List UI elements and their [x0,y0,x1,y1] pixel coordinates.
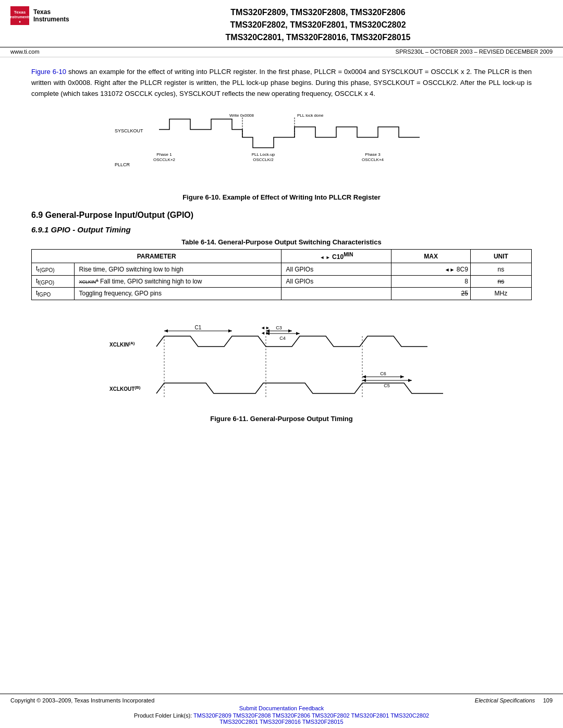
row3-desc: Toggling frequency, GPO pins [75,288,282,300]
svg-text:◄►: ◄► [261,330,270,336]
intro-paragraph: Figure 6-10 shows an example for the eff… [31,67,532,99]
footer-product-links: Product Folder Link(s): TMS320F2809 TMS3… [10,712,553,725]
row1-unit: ns [470,263,531,275]
svg-marker-37 [362,379,366,382]
svg-text:C6: C6 [380,371,386,376]
product-link-9[interactable]: TMS320F28015 [302,719,344,725]
footer-top: Copyright © 2003–2009, Texas Instruments… [10,697,553,704]
svg-text:PLLCR: PLLCR [115,162,130,167]
figure10-link[interactable]: Figure 6-10 [31,68,66,76]
row2-unit: ns [470,275,531,287]
table-row: tfGPO Toggling frequency, GPO pins 25 MH… [32,288,532,300]
footer-feedback: Submit Documentation Feedback [10,705,553,711]
product-link-2[interactable]: TMS320F2808 [233,712,271,719]
svg-text:OSCCLK×2: OSCCLK×2 [153,157,176,162]
svg-text:SYSCLKOUT: SYSCLKOUT [115,128,143,133]
product-link-1[interactable]: TMS320F2809 [193,712,231,719]
table-row: tr(GPO) Rise time, GPIO switching low to… [32,263,532,275]
main-content: Figure 6-10 shows an example for the eff… [0,57,563,423]
intro-text: shows an example for the effect of writi… [31,68,532,97]
product-link-7[interactable]: TMS320C2801 [219,719,258,725]
row2-sym: tf(GPO) [32,275,75,287]
svg-text:◄►: ◄► [261,325,270,330]
table-header-c10: ◄ ► C10MIN [282,250,391,263]
svg-text:PLL Lock-up: PLL Lock-up [252,152,275,157]
row2-desc: XCLKINA Fall time, GPIO switching high t… [75,275,282,287]
table-row: tf(GPO) XCLKINA Fall time, GPIO switchin… [32,275,532,287]
sub-header: www.ti.com SPRS230L – OCTOBER 2003 – REV… [0,47,563,57]
ti-logo-icon: Texas Instruments ♦ [10,6,29,25]
product-link-6[interactable]: TMS320C2802 [390,712,429,719]
page-number: 109 [543,697,553,704]
table14: PARAMETER ◄ ► C10MIN MAX UNIT tr(GPO) Ri… [31,249,532,300]
svg-marker-20 [228,329,232,332]
svg-text:Phase 3: Phase 3 [365,152,381,157]
row3-sym: tfGPO [32,288,75,300]
row2-c10: All GPIOs [282,275,391,287]
svg-text:PLL lock done: PLL lock done [297,113,324,118]
svg-marker-29 [296,332,300,335]
table-header-param: PARAMETER [32,250,282,263]
svg-marker-33 [362,375,366,378]
page-header: Texas Instruments ♦ Texas Instruments TM… [0,0,563,47]
row1-desc: Rise time, GPIO switching low to high [75,263,282,275]
feedback-link[interactable]: Submit Documentation Feedback [239,705,324,711]
section69-heading: 6.9 General-Purpose Input/Output (GPIO) [31,211,532,220]
doc-id: SPRS230L – OCTOBER 2003 – REVISED DECEMB… [396,48,553,55]
svg-text:C4: C4 [279,336,286,341]
figure10-svg: SYSCLKOUT PLLCR Write 0x0008 Phase 1 OSC… [112,107,451,188]
svg-text:OSCCLK/2: OSCCLK/2 [253,157,274,162]
page-footer: Copyright © 2003–2009, Texas Instruments… [0,694,563,728]
product-link-8[interactable]: TMS320F28016 [260,719,301,725]
footer-copyright: Copyright © 2003–2009, Texas Instruments… [10,697,154,704]
svg-text:XCLKIN(A): XCLKIN(A) [109,340,135,348]
svg-marker-34 [400,375,404,378]
svg-text:OSCCLK×4: OSCCLK×4 [362,157,384,162]
row3-unit: MHz [470,288,531,300]
row3-max: 25 [391,288,470,300]
svg-text:Phase 1: Phase 1 [156,152,172,157]
svg-marker-38 [408,379,412,382]
svg-text:Write 0x0008: Write 0x0008 [229,113,254,118]
table-header-max: MAX [391,250,470,263]
logo-text: Texas Instruments [33,8,69,23]
row2-max: 8 [391,275,470,287]
table14-title: Table 6-14. General-Purpose Output Switc… [31,238,532,246]
svg-text:♦: ♦ [19,19,21,24]
product-link-3[interactable]: TMS320F2806 [272,712,310,719]
figure10-area: SYSCLKOUT PLLCR Write 0x0008 Phase 1 OSC… [31,107,532,201]
figure11-svg: XCLKIN(A) XCLKOUT(B) C1 C3 ◄► C4 [104,307,459,412]
product-folder-label: Product Folder Link(s): [134,712,192,719]
website: www.ti.com [10,48,40,55]
row1-max: ◄► 8C9 [391,263,470,275]
footer-section: Electrical Specifications 109 [475,697,553,704]
svg-text:Texas: Texas [14,10,26,15]
svg-marker-24 [288,329,292,332]
svg-text:C1: C1 [195,325,202,330]
svg-text:C3: C3 [276,325,282,330]
svg-text:XCLKOUT(B): XCLKOUT(B) [109,385,141,392]
ti-logo: Texas Instruments ♦ Texas Instruments [10,6,83,25]
section691-heading: 6.9.1 GPIO - Output Timing [31,225,532,234]
figure10-caption: Figure 6-10. Example of Effect of Writin… [182,193,381,201]
figure11-caption: Figure 6-11. General-Purpose Output Timi… [31,415,532,423]
row3-c10 [282,288,391,300]
doc-title: TMS320F2809, TMS320F2808, TMS320F2806 TM… [83,6,553,44]
table-header-unit: UNIT [470,250,531,263]
figure11-diagram: XCLKIN(A) XCLKOUT(B) C1 C3 ◄► C4 [104,307,459,412]
row1-sym: tr(GPO) [32,263,75,275]
svg-text:C5: C5 [384,383,390,388]
logo-area: Texas Instruments ♦ Texas Instruments [10,6,83,25]
row1-c10: All GPIOs [282,263,391,275]
product-link-4[interactable]: TMS320F2802 [312,712,350,719]
product-link-5[interactable]: TMS320F2801 [351,712,389,719]
svg-marker-19 [164,329,168,332]
